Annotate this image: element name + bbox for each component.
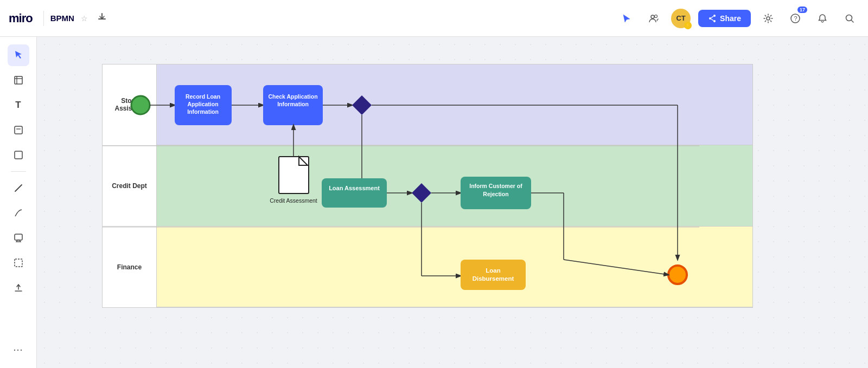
svg-line-20 (15, 185, 22, 191)
svg-point-4 (709, 17, 711, 20)
lane-label-finance: Finance (103, 227, 156, 307)
svg-rect-14 (15, 76, 22, 84)
svg-text:?: ? (794, 15, 797, 22)
lane-store (157, 64, 752, 145)
svg-point-3 (655, 15, 658, 17)
help-icon[interactable]: ? 17 (786, 9, 805, 28)
svg-rect-19 (15, 151, 22, 159)
app-logo: miro (9, 11, 33, 25)
toolbar-separator (11, 171, 26, 172)
svg-rect-22 (15, 259, 22, 267)
tool-upload[interactable] (8, 277, 29, 299)
search-icon[interactable] (840, 9, 859, 28)
lane-label-credit: Credit Dept (103, 146, 156, 227)
lanes-content: Record Loan Application Information Chec… (157, 64, 752, 307)
svg-point-5 (713, 15, 716, 17)
lane-label-store: Store Assistant (103, 64, 156, 146)
canvas[interactable]: Store Assistant Credit Dept Finance (37, 37, 868, 368)
tool-crop[interactable] (8, 252, 29, 274)
cursor-tool-icon[interactable] (617, 9, 636, 28)
topbar: miro BPMN ☆ CT ⚡ (0, 0, 868, 37)
settings-icon[interactable] (758, 9, 778, 28)
bell-icon[interactable] (813, 9, 832, 28)
svg-rect-17 (15, 126, 22, 134)
board-name[interactable]: BPMN (50, 14, 74, 23)
svg-rect-21 (15, 234, 22, 240)
avatar-badge: ⚡ (684, 22, 692, 29)
export-icon[interactable] (97, 11, 107, 25)
svg-line-13 (851, 20, 853, 22)
tool-more[interactable]: ··· (8, 339, 29, 360)
tool-text[interactable]: T (8, 94, 29, 116)
user-avatar[interactable]: CT ⚡ (671, 9, 691, 28)
left-toolbar: T ··· (0, 37, 37, 368)
tool-line[interactable] (8, 177, 29, 199)
tool-comment[interactable] (8, 227, 29, 249)
svg-line-7 (711, 16, 713, 18)
tool-connector[interactable] (8, 202, 29, 224)
share-button[interactable]: Share (698, 10, 751, 27)
svg-line-8 (711, 19, 713, 21)
svg-point-6 (713, 20, 716, 22)
svg-point-9 (767, 17, 770, 20)
lane-labels: Store Assistant Credit Dept Finance (103, 64, 157, 307)
notification-badge: 17 (797, 7, 807, 13)
lane-credit (157, 145, 752, 226)
tool-frame[interactable] (8, 69, 29, 91)
lane-finance (157, 227, 752, 307)
svg-point-2 (651, 15, 654, 18)
tool-select[interactable] (8, 44, 29, 66)
tool-sticky[interactable] (8, 119, 29, 141)
tool-shape[interactable] (8, 144, 29, 166)
favorite-icon[interactable]: ☆ (81, 14, 88, 23)
topbar-right: CT ⚡ Share ? 17 (617, 9, 859, 28)
bpmn-diagram: Store Assistant Credit Dept Finance (102, 64, 753, 308)
svg-rect-1 (101, 13, 103, 18)
participants-icon[interactable] (644, 9, 663, 28)
